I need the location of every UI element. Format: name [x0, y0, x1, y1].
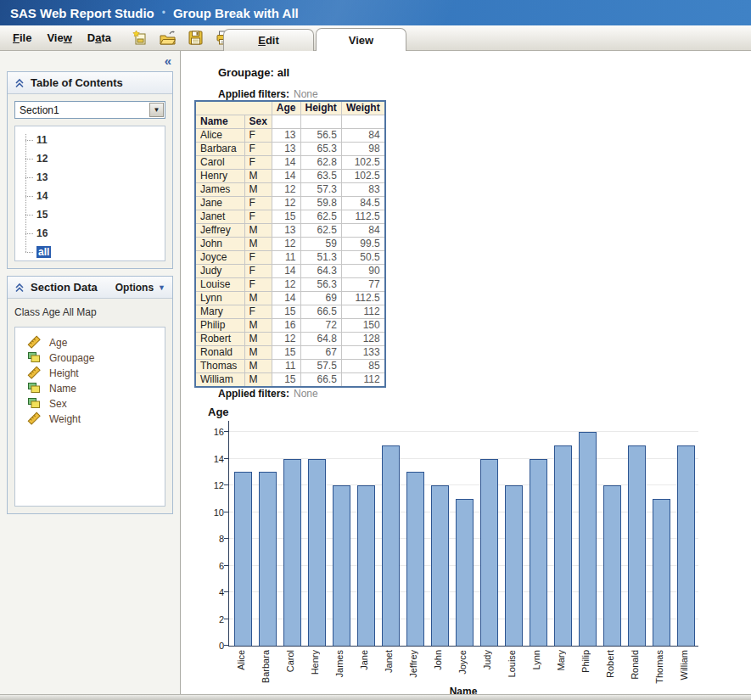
applied-filters-table: Applied filters:None — [218, 88, 318, 100]
options-menu-button[interactable]: Options▼ — [115, 282, 165, 294]
chevron-down-icon[interactable]: ▼ — [149, 103, 164, 117]
y-tick-mark — [224, 512, 229, 512]
y-tick-label: 4 — [204, 587, 224, 597]
y-tick-label: 16 — [204, 427, 224, 437]
y-tick-mark — [224, 458, 229, 459]
column-header-age[interactable]: Age — [272, 101, 300, 115]
toc-tree-item-15[interactable]: 15 — [22, 205, 165, 224]
class-table-body: AliceF1356.584BarbaraF1365.398CarolF1462… — [195, 129, 385, 388]
toc-tree-item-all[interactable]: all — [22, 243, 165, 261]
bar-barbara[interactable] — [259, 472, 277, 646]
bar-henry[interactable] — [308, 459, 326, 647]
applied-filters-chart: Applied filters:None — [218, 388, 318, 400]
data-field-list: AgeGroupageHeightNameSexWeight — [20, 335, 160, 427]
chart-y-axis-title: Age — [208, 406, 229, 418]
x-tick-label: Jane — [359, 650, 369, 670]
group-break-value: all — [277, 66, 289, 79]
bar-joyce[interactable] — [456, 499, 474, 646]
tab-view[interactable]: View — [316, 28, 406, 51]
toc-tree-item-16[interactable]: 16 — [22, 224, 165, 243]
table-row: JanetF1562.5112.5 — [195, 210, 385, 224]
tab-strip: Edit View — [223, 28, 406, 51]
x-tick-label: Louise — [507, 650, 517, 677]
data-item-age[interactable]: Age — [20, 335, 160, 350]
x-tick-label: Henry — [310, 650, 320, 675]
column-header-weight[interactable]: Weight — [341, 101, 384, 115]
new-report-icon[interactable] — [129, 28, 149, 48]
open-icon[interactable] — [157, 28, 177, 48]
bar-mary[interactable] — [554, 445, 572, 646]
table-row: RobertM1264.8128 — [195, 333, 385, 346]
data-item-height[interactable]: Height — [20, 366, 160, 381]
y-tick-label: 8 — [204, 534, 224, 544]
report-name: Group Break with All — [173, 6, 299, 20]
bar-thomas[interactable] — [653, 499, 670, 646]
data-item-groupage[interactable]: Groupage — [20, 350, 160, 366]
y-tick-mark — [224, 565, 229, 566]
bar-philip[interactable] — [579, 432, 597, 646]
bar-robert[interactable] — [603, 485, 621, 646]
tab-edit[interactable]: Edit — [223, 29, 314, 51]
toc-tree-box: 111213141516all — [14, 126, 165, 261]
bar-alice[interactable] — [234, 472, 252, 646]
table-corner-cell — [195, 101, 272, 115]
bar-jeffrey[interactable] — [406, 472, 424, 646]
workspace: « Table of Contents Section1 ▼ 111213141… — [0, 51, 751, 700]
table-row: JamesM1257.383 — [195, 183, 385, 197]
toc-tree-item-13[interactable]: 13 — [22, 168, 165, 187]
collapse-sidebar-icon[interactable]: « — [165, 53, 171, 68]
category-icon — [27, 381, 41, 397]
menu-view[interactable]: View — [39, 28, 79, 48]
data-map-label: Class Age All Map — [8, 299, 172, 320]
section-select-value: Section1 — [15, 104, 149, 116]
data-item-sex[interactable]: Sex — [20, 396, 160, 412]
bar-carol[interactable] — [283, 459, 301, 647]
ruler-icon — [27, 412, 41, 428]
y-tick-label: 10 — [204, 507, 224, 518]
toc-tree-item-14[interactable]: 14 — [22, 187, 165, 205]
bar-lynn[interactable] — [530, 459, 547, 647]
table-row: JohnM125999.5 — [195, 238, 385, 251]
ruler-icon — [27, 335, 41, 351]
toc-tree-item-12[interactable]: 12 — [22, 149, 165, 168]
bar-jane[interactable] — [357, 485, 375, 646]
toc-tree: 111213141516all — [22, 131, 165, 261]
table-row: JudyF1464.390 — [195, 265, 385, 278]
table-row: MaryF1566.5112 — [195, 305, 385, 319]
section-data-header[interactable]: Section Data Options▼ — [8, 277, 172, 299]
toc-tree-item-11[interactable]: 11 — [22, 131, 165, 149]
column-header-height[interactable]: Height — [300, 101, 341, 115]
bar-judy[interactable] — [480, 459, 498, 647]
window-bottom-strip — [0, 694, 751, 700]
age-bar-chart: Age 0246810121416 AliceBarbaraCarolHenry… — [203, 406, 712, 700]
row-header-name[interactable]: Name — [195, 115, 244, 129]
data-item-weight[interactable]: Weight — [20, 412, 160, 427]
category-icon — [27, 350, 41, 367]
bar-james[interactable] — [333, 485, 350, 646]
bar-ronald[interactable] — [628, 445, 646, 646]
save-icon[interactable] — [185, 28, 205, 48]
row-header-sex[interactable]: Sex — [244, 115, 272, 129]
data-item-name[interactable]: Name — [20, 381, 160, 396]
toc-panel-header[interactable]: Table of Contents — [8, 72, 172, 94]
section-select[interactable]: Section1 ▼ — [14, 101, 165, 119]
menu-file[interactable]: File — [5, 28, 39, 48]
bar-louise[interactable] — [505, 485, 523, 646]
bar-janet[interactable] — [382, 445, 400, 646]
x-tick-label: Janet — [384, 650, 394, 673]
y-tick-mark — [224, 591, 229, 592]
caret-down-icon: ▼ — [158, 283, 165, 292]
x-tick-label: Joyce — [457, 650, 468, 675]
toc-panel-title: Table of Contents — [31, 76, 165, 89]
chart-plot: 0246810121416 — [228, 421, 698, 647]
menu-data[interactable]: Data — [80, 28, 119, 48]
y-tick-label: 6 — [204, 561, 224, 571]
x-tick-label: Lynn — [531, 650, 541, 669]
bar-john[interactable] — [431, 485, 449, 646]
data-field-box: AgeGroupageHeightNameSexWeight — [14, 327, 165, 507]
bar-william[interactable] — [677, 445, 695, 646]
y-tick-label: 12 — [204, 480, 224, 490]
table-of-contents-panel: Table of Contents Section1 ▼ 11121314151… — [7, 71, 173, 269]
class-table: Age Height Weight Name Sex AliceF1356.58… — [194, 100, 386, 388]
table-row: JeffreyM1362.584 — [195, 224, 385, 238]
